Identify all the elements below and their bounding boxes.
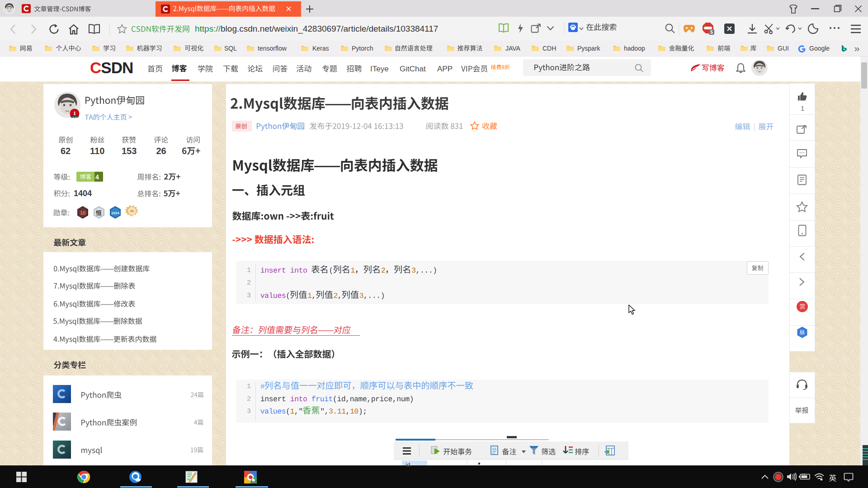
svg-text:10: 10 [80, 210, 85, 216]
svg-text:YEAR: YEAR [71, 116, 78, 119]
svg-text:5: 5 [710, 30, 713, 35]
svg-text:1024: 1024 [111, 211, 119, 215]
